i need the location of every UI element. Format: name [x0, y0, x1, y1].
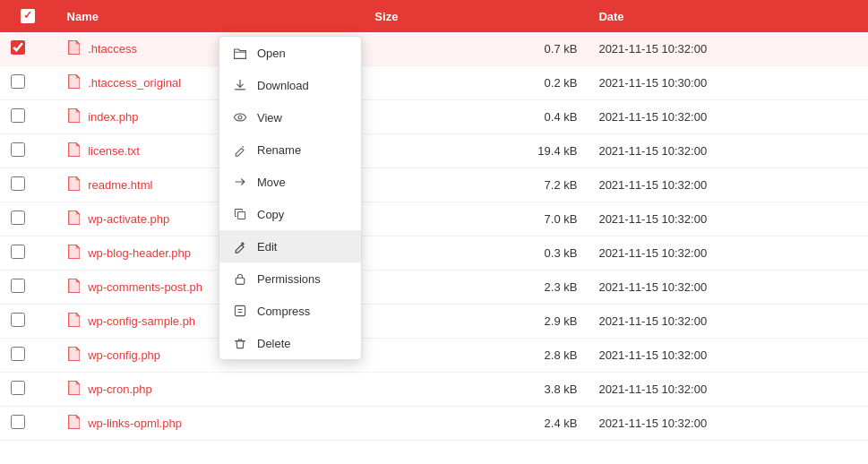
file-name: wp-cron.php — [88, 382, 152, 396]
row-checkbox[interactable] — [11, 142, 25, 157]
row-size: 2.3 kB — [364, 271, 588, 305]
row-checkbox-cell — [0, 100, 56, 134]
context-menu-item-move[interactable]: Move — [219, 166, 361, 198]
page-wrapper: Name Size Date .htac — [0, 0, 868, 464]
row-size: 7.0 kB — [364, 202, 588, 236]
row-size: 2.8 kB — [364, 339, 588, 373]
row-checkbox-cell — [0, 271, 56, 305]
menu-item-label-open: Open — [257, 47, 286, 60]
file-icon — [67, 381, 80, 398]
row-checkbox-cell — [0, 407, 56, 441]
row-checkbox-cell — [0, 339, 56, 373]
menu-item-label-rename: Rename — [257, 143, 301, 157]
file-icon — [67, 347, 80, 364]
row-size: 2.4 kB — [364, 407, 588, 441]
row-date: 2021-11-15 10:32:00 — [588, 100, 868, 134]
row-checkbox[interactable] — [11, 176, 25, 191]
table-row[interactable]: wp-cron.php 3.8 kB 2021-11-15 10:32:00 — [0, 373, 868, 407]
file-icon — [67, 279, 80, 296]
file-name: index.php — [88, 110, 138, 124]
table-row[interactable]: wp-activate.php 7.0 kB 2021-11-15 10:32:… — [0, 202, 868, 236]
row-checkbox[interactable] — [11, 245, 25, 259]
table-row[interactable]: .htaccess_original 0.2 kB 2021-11-15 10:… — [0, 66, 868, 100]
row-checkbox-cell — [0, 202, 56, 236]
row-checkbox[interactable] — [11, 279, 25, 293]
move-icon — [232, 174, 248, 190]
row-checkbox[interactable] — [11, 415, 25, 429]
table-row[interactable]: license.txt 19.4 kB 2021-11-15 10:32:00 — [0, 134, 868, 168]
file-icon — [67, 74, 80, 91]
context-menu-item-delete[interactable]: Delete — [219, 327, 361, 359]
context-menu-item-permissions[interactable]: Permissions — [219, 262, 361, 295]
row-date: 2021-11-15 10:32:00 — [588, 134, 868, 168]
file-icon — [67, 142, 80, 159]
row-date: 2021-11-15 10:32:00 — [588, 339, 868, 373]
file-icon — [67, 176, 80, 193]
row-checkbox-cell — [0, 236, 56, 271]
trash-icon — [232, 335, 248, 351]
svg-rect-4 — [235, 305, 245, 315]
row-size: 3.8 kB — [364, 373, 588, 407]
table-row[interactable]: wp-config.php 2.8 kB 2021-11-15 10:32:00 — [0, 339, 868, 373]
table-row[interactable]: readme.html 7.2 kB 2021-11-15 10:32:00 — [0, 168, 868, 202]
file-icon — [67, 415, 80, 432]
table-row[interactable]: wp-blog-header.php 0.3 kB 2021-11-15 10:… — [0, 236, 868, 271]
context-menu-item-compress[interactable]: Compress — [219, 295, 361, 327]
header-size: Size — [364, 0, 588, 32]
table-row[interactable]: index.php 0.4 kB 2021-11-15 10:32:00 — [0, 100, 868, 134]
row-checkbox[interactable] — [11, 347, 25, 361]
row-size: 0.7 kB — [364, 32, 588, 66]
row-checkbox[interactable] — [11, 74, 25, 89]
row-checkbox[interactable] — [11, 313, 25, 327]
menu-item-label-compress: Compress — [257, 305, 310, 318]
file-icon — [67, 245, 80, 262]
file-name: .htaccess — [88, 42, 137, 56]
lock-icon — [232, 271, 248, 287]
header-date: Date — [588, 0, 868, 32]
eye-icon — [232, 109, 248, 125]
table-row[interactable]: wp-links-opml.php 2.4 kB 2021-11-15 10:3… — [0, 407, 868, 441]
menu-item-label-copy: Copy — [257, 208, 284, 221]
rename-icon — [232, 142, 248, 158]
table-row[interactable]: .htaccess 0.7 kB 2021-11-15 10:32:00 — [0, 32, 868, 66]
folder-open-icon — [232, 45, 248, 61]
row-checkbox[interactable] — [11, 40, 25, 55]
context-menu-item-view[interactable]: View — [219, 101, 361, 133]
copy-icon — [232, 206, 248, 222]
download-icon — [232, 77, 248, 93]
row-checkbox[interactable] — [11, 381, 25, 395]
menu-item-label-edit: Edit — [257, 240, 277, 253]
row-checkbox-cell — [0, 305, 56, 339]
row-checkbox-cell — [0, 32, 56, 66]
context-menu-item-open[interactable]: Open — [219, 37, 361, 69]
row-size: 2.9 kB — [364, 305, 588, 339]
row-date: 2021-11-15 10:32:00 — [588, 407, 868, 441]
row-name-cell: wp-links-opml.php — [56, 407, 365, 441]
row-checkbox[interactable] — [11, 211, 25, 225]
file-name: wp-links-opml.php — [88, 417, 182, 430]
menu-item-label-view: View — [257, 111, 282, 125]
context-menu: OpenDownloadViewRenameMoveCopyEditPermis… — [219, 36, 362, 360]
row-size: 0.3 kB — [364, 236, 588, 271]
row-checkbox[interactable] — [11, 108, 25, 123]
table-row[interactable]: wp-config-sample.ph 2.9 kB 2021-11-15 10… — [0, 305, 868, 339]
file-icon — [67, 313, 80, 330]
file-icon — [67, 108, 80, 125]
context-menu-item-download[interactable]: Download — [219, 69, 361, 101]
file-table: Name Size Date .htac — [0, 0, 868, 441]
row-date: 2021-11-15 10:32:00 — [588, 373, 868, 407]
file-icon — [67, 211, 80, 228]
context-menu-item-edit[interactable]: Edit — [219, 230, 361, 262]
row-name-cell: wp-cron.php — [56, 373, 365, 407]
select-all-checkbox[interactable] — [21, 9, 35, 23]
file-table-body: .htaccess 0.7 kB 2021-11-15 10:32:00 .ht… — [0, 32, 868, 441]
context-menu-item-rename[interactable]: Rename — [219, 133, 361, 166]
compress-icon — [232, 303, 248, 319]
table-row[interactable]: wp-comments-post.ph 2.3 kB 2021-11-15 10… — [0, 271, 868, 305]
row-checkbox-cell — [0, 373, 56, 407]
svg-point-1 — [238, 116, 242, 119]
file-name: wp-comments-post.ph — [88, 280, 202, 294]
row-checkbox-cell — [0, 134, 56, 168]
context-menu-item-copy[interactable]: Copy — [219, 198, 361, 230]
row-size: 19.4 kB — [364, 134, 588, 168]
